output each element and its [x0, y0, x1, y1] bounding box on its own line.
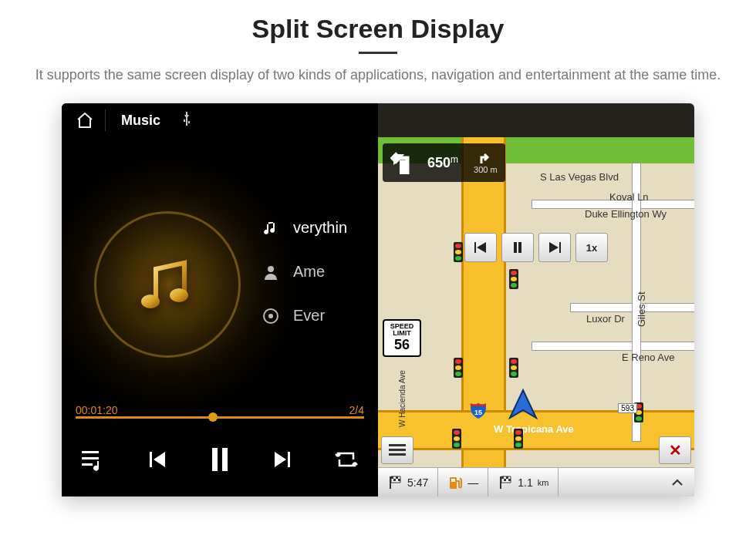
traffic-light-icon — [509, 358, 518, 378]
divider — [105, 109, 106, 131]
sim-next-button[interactable] — [538, 233, 571, 262]
status-bar: Music 20:07 — [62, 103, 694, 137]
note-icon — [262, 220, 279, 237]
route-badge: 593 — [618, 403, 637, 413]
next-button[interactable] — [260, 436, 306, 483]
app-title: Music — [121, 113, 160, 129]
person-icon — [262, 264, 279, 281]
svg-point-4 — [141, 295, 160, 308]
home-icon[interactable] — [69, 105, 100, 136]
fuel-cell[interactable]: — — [438, 468, 488, 496]
traffic-light-icon — [454, 358, 463, 378]
interstate-shield-icon: 15 — [469, 401, 488, 419]
chevron-up-icon — [670, 475, 685, 490]
simulation-controls: 1x — [464, 233, 608, 262]
track-list: verythin Ame Ever — [262, 219, 347, 325]
elapsed-time: 00:01:20 — [76, 404, 364, 416]
flag-icon — [498, 475, 513, 490]
map-menu-button[interactable] — [381, 436, 413, 464]
street-label: Luxor Dr — [586, 313, 625, 325]
map-close-button[interactable]: ✕ — [659, 436, 691, 464]
road — [532, 342, 694, 350]
map-bottom-bar: 5:47 — 1.1 km — [378, 467, 694, 496]
fuel-icon — [447, 475, 463, 490]
svg-rect-13 — [518, 242, 521, 253]
distance-value: 1.1 — [518, 476, 532, 489]
speed-limit-sign: SPEED LIMIT 56 — [383, 319, 421, 357]
turn-next-icon — [477, 151, 492, 165]
track-row[interactable]: Ever — [262, 307, 347, 325]
svg-rect-16 — [389, 453, 406, 456]
traffic-light-icon — [509, 269, 518, 289]
next-distance: 300 — [474, 165, 488, 174]
sim-prev-button[interactable] — [464, 233, 497, 262]
sim-speed-button[interactable]: 1x — [575, 233, 608, 262]
svg-rect-9 — [212, 448, 218, 471]
album-art[interactable] — [94, 211, 241, 358]
next-unit: m — [490, 165, 497, 174]
street-label: Giles St — [636, 292, 647, 328]
track-row[interactable]: verythin — [262, 219, 347, 237]
progress-knob[interactable] — [208, 412, 218, 422]
page-subtitle: It supports the same screen display of t… — [35, 65, 721, 85]
svg-rect-15 — [389, 449, 406, 451]
map-pane[interactable]: S Las Vegas Blvd Koval Ln Duke Ellington… — [378, 103, 694, 496]
flag-icon — [387, 475, 403, 490]
usb-icon[interactable] — [171, 105, 202, 136]
svg-rect-10 — [222, 448, 228, 471]
street-label: S Las Vegas Blvd — [540, 171, 619, 183]
traffic-light-icon — [452, 429, 461, 449]
fuel-value: — — [467, 476, 478, 489]
playlist-button[interactable] — [70, 436, 116, 483]
turn-left-icon — [390, 148, 420, 177]
sim-pause-button[interactable] — [501, 233, 534, 262]
traffic-light-icon — [514, 429, 523, 449]
svg-point-5 — [170, 288, 188, 302]
svg-point-8 — [268, 314, 273, 318]
track-label: Ame — [293, 263, 325, 281]
street-label: Duke Ellington Wy — [585, 208, 667, 220]
street-label: E Reno Ave — [622, 352, 674, 363]
departure-time: 5:47 — [407, 476, 428, 489]
svg-text:15: 15 — [474, 409, 482, 416]
svg-point-6 — [268, 266, 274, 272]
title-underline — [359, 52, 397, 54]
distance-unit: km — [538, 478, 549, 487]
speed-limit-label: SPEED LIMIT — [384, 323, 420, 337]
expand-cell[interactable] — [660, 468, 694, 496]
turn-unit: m — [451, 154, 458, 165]
svg-rect-12 — [514, 242, 517, 253]
svg-rect-14 — [389, 444, 406, 446]
speed-limit-value: 56 — [384, 337, 420, 353]
device-frame: Music 20:07 — [62, 103, 694, 496]
page-title: Split Screen Display — [252, 14, 505, 44]
repeat-button[interactable] — [323, 436, 370, 483]
svg-rect-19 — [451, 479, 455, 482]
track-label: Ever — [293, 307, 325, 325]
street-label: W Tropicana Ave — [494, 423, 574, 435]
turn-instruction[interactable]: 650m 300 m — [383, 143, 505, 182]
vehicle-arrow-icon — [505, 387, 541, 422]
street-label: Koval Ln — [609, 191, 649, 203]
turn-distance: 650 — [427, 155, 451, 170]
music-controls — [62, 432, 378, 487]
track-counter: 2/4 — [349, 404, 364, 416]
departure-cell[interactable]: 5:47 — [378, 468, 438, 496]
distance-cell[interactable]: 1.1 km — [488, 468, 559, 496]
street-label: W Hacienda Ave — [398, 370, 407, 427]
track-label: verythin — [293, 219, 347, 237]
pause-button[interactable] — [197, 436, 243, 483]
traffic-light-icon — [454, 242, 463, 262]
prev-button[interactable] — [133, 436, 180, 483]
music-pane: verythin Ame Ever 00:01:20 2/4 — [62, 103, 378, 496]
disc-icon — [262, 308, 279, 325]
track-row[interactable]: Ame — [262, 263, 347, 281]
